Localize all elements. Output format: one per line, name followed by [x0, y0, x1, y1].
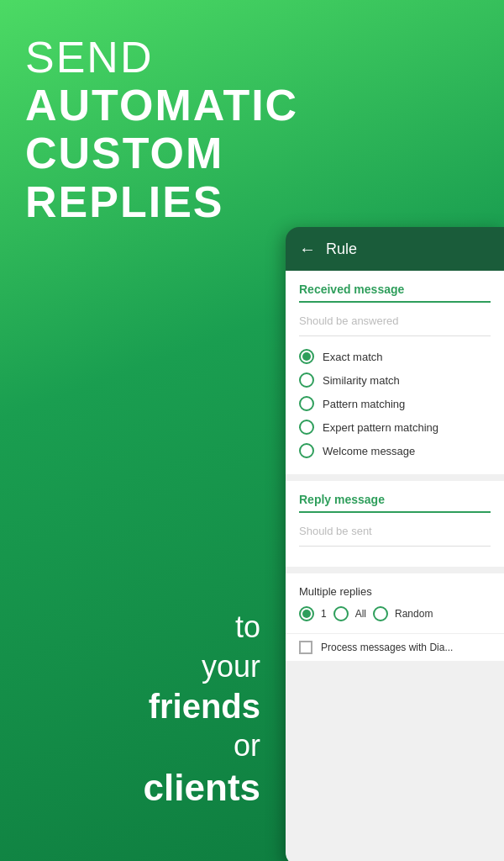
- reply-message-input[interactable]: Should be sent: [299, 520, 491, 547]
- back-button[interactable]: ←: [299, 240, 316, 259]
- received-section-label: Received message: [299, 283, 491, 303]
- radio-label-1: 1: [321, 608, 327, 620]
- hero-text-block: SEND AUTOMATIC CUSTOM REPLIES: [25, 34, 277, 226]
- radio-circle-pattern: [299, 396, 314, 411]
- phone-panel: ← Rule Received message Should be answer…: [286, 227, 504, 861]
- radio-all-option[interactable]: All: [333, 606, 366, 621]
- radio-exact-match[interactable]: Exact match: [299, 345, 491, 368]
- received-message-input[interactable]: Should be answered: [299, 309, 491, 336]
- hero-line-custom: CUSTOM: [25, 129, 277, 177]
- radio-pattern-matching[interactable]: Pattern matching: [299, 392, 491, 415]
- multiple-replies-label: Multiple replies: [299, 585, 491, 598]
- bottom-clients: clients: [25, 766, 260, 811]
- panel-header: ← Rule: [286, 227, 504, 271]
- radio-1-option[interactable]: 1: [299, 606, 327, 621]
- radio-circle-random: [373, 606, 388, 621]
- radio-random-option[interactable]: Random: [373, 606, 433, 621]
- radio-circle-similarity: [299, 372, 314, 388]
- radio-label-random: Random: [395, 608, 433, 620]
- reply-message-section: Reply message Should be sent: [286, 481, 504, 567]
- multiple-replies-section: Multiple replies 1 All Random: [286, 573, 504, 633]
- radio-circle-all: [333, 606, 349, 621]
- bottom-or: or: [25, 726, 260, 766]
- checkbox-process-row[interactable]: Process messages with Dia...: [286, 633, 504, 661]
- hero-line-send: SEND: [25, 34, 277, 82]
- checkbox-process[interactable]: [299, 641, 312, 654]
- panel-body: Received message Should be answered Exac…: [286, 271, 504, 861]
- multiple-replies-options: 1 All Random: [299, 606, 491, 621]
- bottom-friends: friends: [25, 686, 260, 726]
- hero-line-automatic: AUTOMATIC: [25, 82, 277, 129]
- radio-label-pattern: Pattern matching: [323, 398, 405, 410]
- bottom-to: to: [25, 608, 260, 647]
- radio-label-similarity: Similarity match: [323, 374, 400, 387]
- radio-circle-exact: [299, 349, 314, 364]
- radio-circle-1: [299, 606, 314, 621]
- radio-label-all: All: [355, 608, 366, 620]
- radio-circle-welcome: [299, 443, 314, 458]
- radio-label-expert: Expert pattern matching: [323, 421, 438, 434]
- bottom-text-block: to your friends or clients: [25, 608, 260, 811]
- radio-expert-pattern[interactable]: Expert pattern matching: [299, 415, 491, 439]
- radio-similarity-match[interactable]: Similarity match: [299, 368, 491, 392]
- received-message-section: Received message Should be answered Exac…: [286, 271, 504, 474]
- radio-label-welcome: Welcome message: [323, 445, 415, 457]
- panel-title: Rule: [326, 240, 357, 258]
- radio-label-exact: Exact match: [323, 351, 383, 363]
- radio-circle-expert: [299, 420, 314, 435]
- bottom-your: your: [25, 647, 260, 687]
- reply-section-label: Reply message: [299, 493, 491, 513]
- checkbox-process-label: Process messages with Dia...: [321, 642, 453, 653]
- hero-line-replies: REPLIES: [25, 178, 277, 226]
- radio-welcome-message[interactable]: Welcome message: [299, 439, 491, 462]
